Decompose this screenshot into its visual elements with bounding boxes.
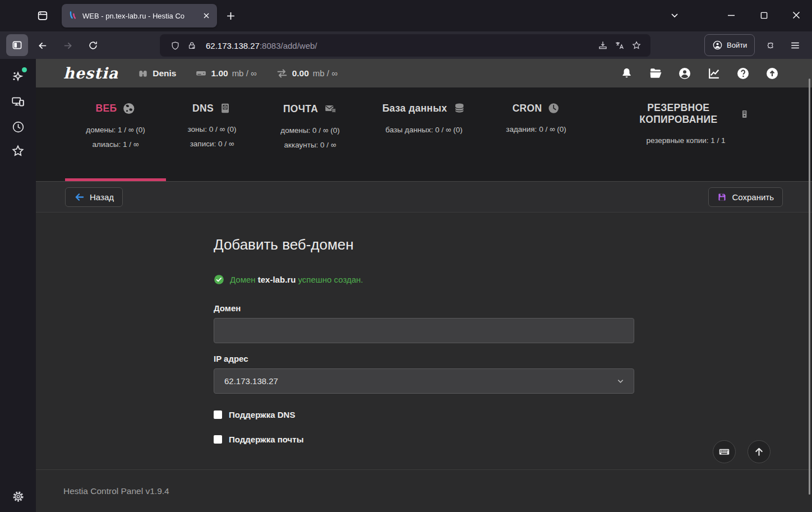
- bookmark-star-icon[interactable]: [628, 37, 645, 54]
- created-domain-name: tex-lab.ru: [258, 275, 296, 284]
- tab-title: WEB - pn.tex-lab.ru - Hestia Co: [82, 12, 200, 20]
- window-close-button[interactable]: [785, 4, 808, 26]
- ai-chatbot-sparkle-icon[interactable]: [8, 67, 28, 86]
- nav-web-stat-aliases: алиасы: 1 / ∞: [86, 140, 145, 149]
- help-question-icon[interactable]: [736, 66, 750, 81]
- keyboard-shortcuts-button[interactable]: [713, 440, 736, 463]
- forward-navigation-icon[interactable]: [58, 36, 76, 54]
- browser-tab[interactable]: WEB - pn.tex-lab.ru - Hestia Co: [62, 4, 217, 27]
- page-scrollbar[interactable]: [809, 79, 810, 495]
- globe-icon: [122, 102, 135, 115]
- nav-backup-label: РЕЗЕРВНОЕ КОПИРОВАНИЕ: [623, 102, 735, 126]
- bandwidth-value: 0.00: [292, 68, 309, 79]
- action-bar: Назад Сохранить: [36, 181, 812, 213]
- extensions-puzzle-icon[interactable]: [762, 36, 779, 54]
- save-button-label: Сохранить: [732, 192, 774, 202]
- user-stat[interactable]: Denis: [137, 68, 176, 79]
- nav-item-backup[interactable]: РЕЗЕРВНОЕ КОПИРОВАНИЕ резервные копии: 1…: [623, 102, 749, 145]
- check-circle-icon: [214, 274, 224, 285]
- dns-support-checkbox[interactable]: [214, 410, 222, 419]
- back-arrow-icon: [74, 192, 85, 202]
- signin-button[interactable]: Войти: [704, 34, 755, 56]
- url-text: 62.173.138.27:8083/add/web/: [206, 41, 594, 50]
- domain-input[interactable]: [214, 318, 634, 343]
- menu-hamburger-icon[interactable]: [786, 36, 804, 54]
- browser-vertical-sidebar: [0, 59, 36, 512]
- hestia-header: hestia Denis 1.00 mb / ∞ 0.00 mb / ∞: [36, 59, 812, 87]
- sidebar-toggle-button[interactable]: [6, 34, 28, 56]
- reload-icon[interactable]: [84, 36, 102, 54]
- statistics-chart-icon[interactable]: [707, 66, 721, 81]
- nav-item-dns[interactable]: DNS зоны: 0 / ∞ (0) записи: 0 / ∞: [188, 102, 237, 148]
- domain-field-label: Домен: [214, 303, 634, 313]
- bandwidth-suffix: mb / ∞: [313, 68, 338, 78]
- keyboard-icon: [718, 446, 730, 458]
- save-button[interactable]: Сохранить: [708, 187, 783, 207]
- backup-icon: [740, 108, 749, 120]
- user-account-icon[interactable]: [677, 66, 692, 81]
- success-alert: Домен tex-lab.ru успешно создан.: [214, 274, 634, 285]
- hestia-logo[interactable]: hestia: [63, 64, 118, 82]
- database-icon: [453, 102, 465, 115]
- connection-lock-icon[interactable]: [183, 37, 200, 54]
- bookmarks-star-icon[interactable]: [8, 141, 28, 160]
- dns-support-row[interactable]: Поддержка DNS: [214, 410, 634, 419]
- settings-gear-icon[interactable]: [8, 487, 28, 506]
- firefox-view-icon[interactable]: [33, 7, 53, 25]
- nav-item-cron[interactable]: CRON задания: 0 / ∞ (0): [506, 102, 566, 133]
- chevron-down-icon: [616, 377, 625, 385]
- back-button-label: Назад: [90, 192, 114, 202]
- hestia-nav: ВЕБ домены: 1 / ∞ (0) алиасы: 1 / ∞ DNS: [36, 87, 812, 181]
- username: Denis: [153, 68, 176, 79]
- ip-select-value: 62.173.138.27: [224, 376, 616, 386]
- nav-cron-label: CRON: [513, 103, 542, 114]
- page-title: Добавить веб-домен: [214, 213, 634, 253]
- bandwidth-stat: 0.00 mb / ∞: [276, 67, 338, 80]
- nav-mail-stat-domains: домены: 0 / ∞ (0): [280, 126, 339, 135]
- mail-support-row[interactable]: Поддержка почты: [214, 435, 634, 444]
- add-web-domain-form: Добавить веб-домен Домен tex-lab.ru успе…: [214, 213, 634, 444]
- hdd-icon: [195, 67, 207, 79]
- nav-dns-stat-zones: зоны: 0 / ∞ (0): [188, 125, 237, 133]
- save-floppy-icon: [717, 192, 727, 202]
- nav-item-web[interactable]: ВЕБ домены: 1 / ∞ (0) алиасы: 1 / ∞: [86, 102, 145, 149]
- nav-backup-stat-copies: резервные копии: 1 / 1: [623, 136, 749, 145]
- synced-tabs-icon[interactable]: [8, 93, 28, 112]
- arrow-up-icon: [754, 446, 764, 457]
- disk-value: 1.00: [211, 68, 228, 79]
- nav-web-stat-domains: домены: 1 / ∞ (0): [86, 126, 145, 134]
- logout-icon[interactable]: [765, 66, 779, 81]
- dns-book-icon: [219, 102, 232, 114]
- disk-usage-stat: 1.00 mb / ∞: [195, 67, 256, 79]
- file-manager-folder-icon[interactable]: [648, 66, 663, 81]
- history-clock-icon[interactable]: [8, 117, 28, 136]
- tab-close-icon[interactable]: [200, 10, 213, 22]
- main-content: Добавить веб-домен Домен tex-lab.ru успе…: [36, 213, 812, 469]
- mail-support-checkbox[interactable]: [214, 435, 222, 444]
- tab-list-chevron-icon[interactable]: [663, 4, 686, 26]
- disk-suffix: mb / ∞: [232, 68, 257, 78]
- nav-mail-label: ПОЧТА: [283, 103, 318, 115]
- nav-item-database[interactable]: База данных базы данных: 0 / ∞ (0): [382, 102, 466, 134]
- tab-favicon-hestia-icon: [68, 11, 77, 20]
- nav-mail-stat-accounts: аккаунты: 0 / ∞: [280, 141, 339, 149]
- nav-web-label: ВЕБ: [96, 103, 117, 114]
- notifications-bell-icon[interactable]: [619, 66, 634, 81]
- window-minimize-button[interactable]: [720, 4, 742, 26]
- back-button[interactable]: Назад: [65, 187, 123, 207]
- tracking-shield-icon[interactable]: [167, 37, 183, 54]
- signin-label: Войти: [727, 41, 747, 49]
- ip-select[interactable]: 62.173.138.27: [214, 368, 634, 394]
- nav-dns-label: DNS: [192, 103, 214, 114]
- download-icon[interactable]: [594, 37, 611, 54]
- dns-support-label: Поддержка DNS: [229, 410, 295, 419]
- url-bar[interactable]: 62.173.138.27:8083/add/web/: [160, 34, 650, 57]
- translate-icon[interactable]: [611, 37, 628, 54]
- window-maximize-button[interactable]: [753, 4, 775, 26]
- back-navigation-icon[interactable]: [34, 36, 52, 54]
- nav-dns-stat-records: записи: 0 / ∞: [188, 140, 237, 148]
- footer-version-text: Hestia Control Panel v1.9.4: [63, 486, 169, 496]
- nav-item-mail[interactable]: ПОЧТА домены: 0 / ∞ (0) аккаунты: 0 / ∞: [280, 102, 339, 149]
- scroll-to-top-button[interactable]: [748, 440, 771, 463]
- new-tab-button[interactable]: [222, 8, 239, 24]
